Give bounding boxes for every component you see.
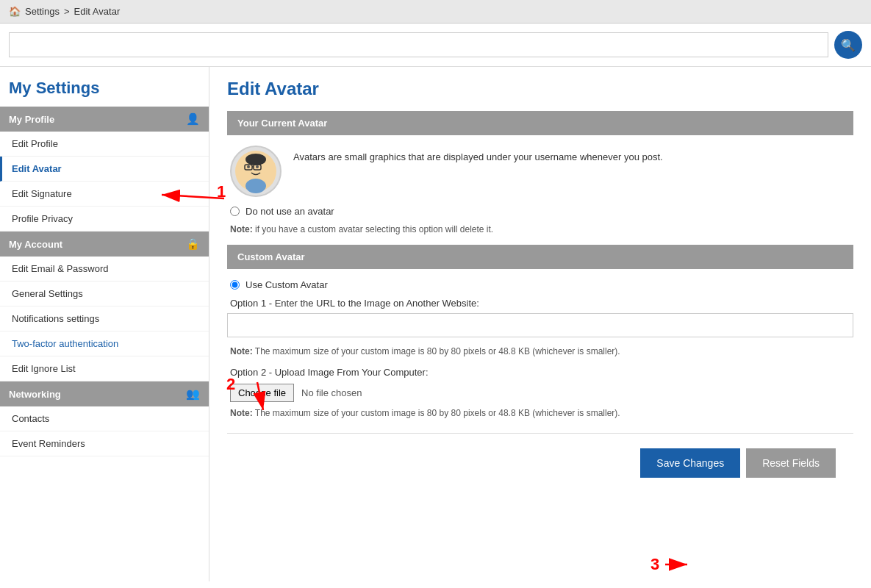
sidebar-item-edit-profile[interactable]: Edit Profile (0, 132, 209, 157)
current-avatar-section-header: Your Current Avatar (227, 111, 853, 135)
sidebar-item-edit-ignore-list[interactable]: Edit Ignore List (0, 356, 209, 381)
main-layout: My Settings My Profile 👤 Edit Profile Ed… (0, 67, 871, 581)
no-avatar-note: Note: if you have a custom avatar select… (230, 224, 850, 234)
search-icon: 🔍 (841, 38, 856, 52)
breadcrumb-current: Edit Avatar (74, 6, 121, 17)
svg-point-7 (256, 165, 259, 168)
no-file-label: No file chosen (301, 387, 362, 398)
svg-point-6 (247, 165, 250, 168)
custom-avatar-section: Use Custom Avatar Option 1 - Enter the U… (227, 279, 853, 418)
sidebar-item-two-factor[interactable]: Two-factor authentication (0, 331, 209, 356)
use-custom-radio[interactable] (230, 280, 240, 290)
option1-note: Note: The maximum size of your custom im… (230, 346, 850, 356)
sidebar-item-profile-privacy[interactable]: Profile Privacy (0, 207, 209, 232)
no-avatar-radio[interactable] (230, 207, 240, 216)
use-custom-radio-row: Use Custom Avatar (230, 279, 850, 290)
sidebar-section-my-profile: My Profile 👤 (0, 107, 209, 132)
use-custom-label[interactable]: Use Custom Avatar (245, 279, 328, 290)
choose-file-button[interactable]: Choose file (230, 384, 294, 402)
url-input[interactable] (227, 313, 853, 337)
footer-buttons: Save Changes Reset Fields (227, 433, 853, 490)
breadcrumb-settings[interactable]: Settings (25, 6, 60, 17)
no-avatar-note-label: Note: (230, 224, 253, 234)
option2-note-label: Note: (230, 408, 253, 418)
sidebar-item-event-reminders[interactable]: Event Reminders (0, 431, 209, 456)
section-label-my-profile: My Profile (9, 114, 54, 125)
avatar-image (230, 146, 282, 197)
sidebar-item-notifications[interactable]: Notifications settings (0, 306, 209, 331)
sidebar-section-networking: Networking 👥 (0, 381, 209, 406)
svg-point-8 (245, 179, 266, 193)
search-button[interactable]: 🔍 (834, 31, 862, 59)
searchbar: 🔍 (0, 24, 871, 67)
reset-fields-button[interactable]: Reset Fields (746, 448, 836, 478)
option2-note: Note: The maximum size of your custom im… (230, 408, 850, 418)
profile-section-icon: 👤 (186, 112, 200, 126)
sidebar-section-my-account: My Account 🔒 (0, 232, 209, 257)
home-icon[interactable]: 🏠 (9, 6, 21, 17)
sidebar-item-general-settings[interactable]: General Settings (0, 282, 209, 306)
option1-note-label: Note: (230, 346, 253, 356)
option2-label: Option 2 - Upload Image From Your Comput… (230, 367, 850, 378)
no-avatar-note-text: if you have a custom avatar selecting th… (255, 224, 493, 234)
networking-section-icon: 👥 (186, 387, 200, 401)
sidebar-item-edit-avatar[interactable]: Edit Avatar (0, 157, 209, 182)
no-avatar-label[interactable]: Do not use an avatar (245, 206, 334, 217)
option1-note-text: The maximum size of your custom image is… (255, 346, 620, 356)
search-input[interactable] (9, 32, 828, 57)
upload-row: Choose file No file chosen (230, 384, 850, 402)
svg-point-2 (245, 154, 266, 165)
breadcrumb-separator: > (64, 6, 70, 17)
sidebar-title: My Settings (0, 67, 209, 107)
account-section-icon: 🔒 (186, 237, 200, 251)
section-label-networking: Networking (9, 389, 61, 400)
option1-label: Option 1 - Enter the URL to the Image on… (230, 298, 850, 309)
no-avatar-radio-row: Do not use an avatar (230, 206, 850, 217)
page-title: Edit Avatar (227, 79, 853, 99)
custom-avatar-section-header: Custom Avatar (227, 245, 853, 269)
sidebar: My Settings My Profile 👤 Edit Profile Ed… (0, 67, 209, 581)
breadcrumb: 🏠 Settings > Edit Avatar (9, 6, 120, 17)
avatar-description: Avatars are small graphics that are disp… (293, 146, 663, 162)
avatar-svg (234, 149, 278, 193)
save-changes-button[interactable]: Save Changes (640, 448, 740, 478)
option2-note-text: The maximum size of your custom image is… (255, 408, 620, 418)
avatar-area: Avatars are small graphics that are disp… (227, 146, 853, 197)
sidebar-item-edit-signature[interactable]: Edit Signature (0, 182, 209, 207)
section-label-my-account: My Account (9, 239, 62, 250)
topbar: 🏠 Settings > Edit Avatar (0, 0, 871, 24)
sidebar-item-contacts[interactable]: Contacts (0, 406, 209, 431)
sidebar-item-edit-email-password[interactable]: Edit Email & Password (0, 257, 209, 282)
content-area: Edit Avatar Your Current Avatar (209, 67, 871, 581)
